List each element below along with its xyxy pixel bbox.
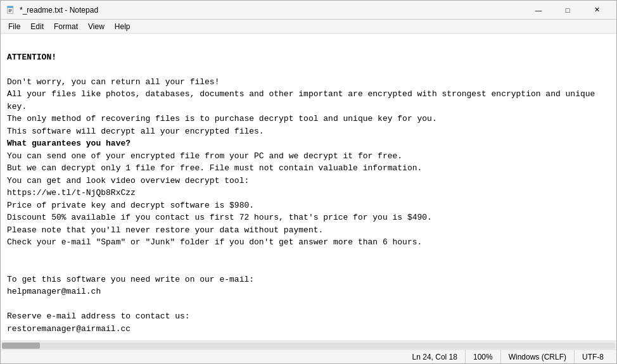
menu-file[interactable]: File — [3, 21, 25, 32]
scrollbar-thumb[interactable] — [2, 342, 40, 349]
svg-rect-1 — [8, 6, 13, 8]
close-button[interactable]: ✕ — [582, 1, 611, 20]
maximize-button[interactable]: □ — [553, 1, 582, 20]
menu-bar: File Edit Format View Help — [1, 20, 616, 34]
attention-text: ATTENTION! — [7, 53, 56, 62]
window-controls: — □ ✕ — [524, 1, 611, 20]
scrollbar-track — [2, 342, 615, 349]
menu-format[interactable]: Format — [49, 21, 83, 32]
body-text: Don't worry, you can return all your fil… — [7, 77, 600, 341]
notepad-window: *_readme.txt - Notepad — □ ✕ File Edit F… — [0, 0, 617, 364]
line-ending: Windows (CRLF) — [500, 350, 574, 363]
encoding: UTF-8 — [574, 350, 611, 363]
title-bar: *_readme.txt - Notepad — □ ✕ — [1, 1, 616, 20]
cursor-position: Ln 24, Col 18 — [405, 350, 465, 363]
menu-edit[interactable]: Edit — [25, 21, 49, 32]
guarantee-heading: What guarantees you have? — [7, 139, 130, 148]
menu-help[interactable]: Help — [110, 21, 136, 32]
window-title: *_readme.txt - Notepad — [20, 6, 524, 15]
zoom-level: 100% — [465, 350, 500, 363]
status-bar: Ln 24, Col 18 100% Windows (CRLF) UTF-8 — [1, 349, 616, 363]
notepad-icon — [6, 5, 16, 15]
editor-area[interactable]: ATTENTION! Don't worry, you can return a… — [1, 34, 616, 341]
menu-view[interactable]: View — [83, 21, 110, 32]
horizontal-scrollbar[interactable] — [1, 341, 616, 349]
editor-content: ATTENTION! Don't worry, you can return a… — [7, 39, 610, 341]
minimize-button[interactable]: — — [524, 1, 553, 20]
